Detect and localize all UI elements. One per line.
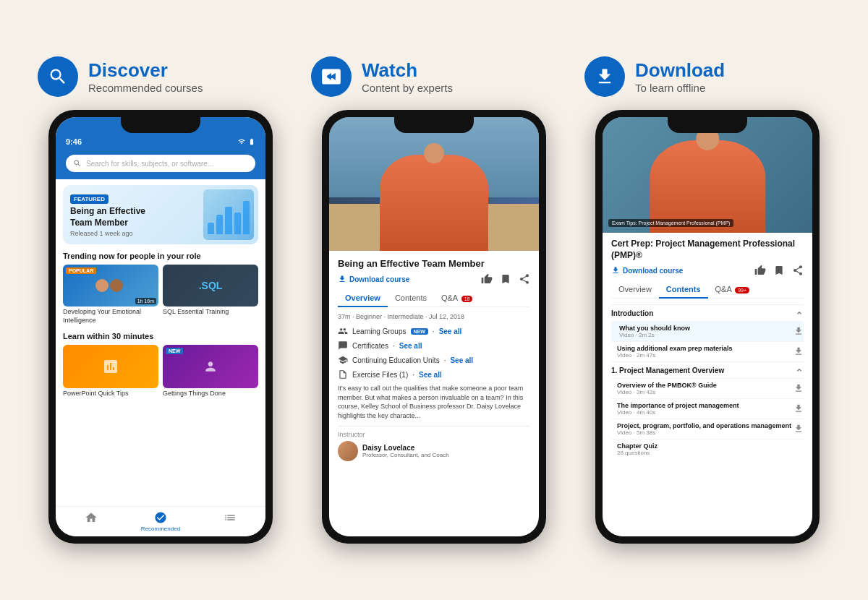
files-separator: · xyxy=(412,371,414,379)
content-item-1-text: What you should know Video · 2m 2s xyxy=(619,325,690,338)
featured-card[interactable]: FEATURED Being an Effective Team Member … xyxy=(63,185,258,244)
ph3-qa-badge: 99+ xyxy=(735,287,749,293)
watch-subtitle: Content by experts xyxy=(362,82,453,94)
scroll-fade-2 xyxy=(329,515,539,536)
content-item-5-title: Project, program, portfolio, and operati… xyxy=(617,422,791,429)
download-item-4-icon[interactable] xyxy=(793,403,804,413)
nav-list[interactable] xyxy=(224,511,237,532)
nav-home[interactable] xyxy=(85,511,98,532)
download-item-3-icon[interactable] xyxy=(793,383,804,393)
content-item-2-title: Using additional exam prep materials xyxy=(617,345,733,352)
time-display: 9:46 xyxy=(66,137,82,146)
play-icon xyxy=(321,67,341,87)
person-icon xyxy=(203,359,218,374)
phone3-video-hero[interactable]: Exam Tips: Project Management Profession… xyxy=(603,117,812,233)
content-item-6-title: Chapter Quiz xyxy=(617,442,658,450)
search-bar-icon xyxy=(73,159,82,168)
ph3-tab-contents[interactable]: Contents xyxy=(659,282,708,298)
content-item-4[interactable]: The importance of project management Vid… xyxy=(611,398,804,419)
list-nav-icon xyxy=(224,511,237,524)
content-item-2-meta: Video · 2m 47s xyxy=(617,352,733,359)
quick-course-1[interactable]: PowerPoint Quick Tips xyxy=(63,345,158,398)
bar-1 xyxy=(208,223,214,234)
phone3-main-content: Cert Prep: Project Management Profession… xyxy=(603,233,812,465)
quick-label-1: PowerPoint Quick Tips xyxy=(63,390,158,398)
bar-4 xyxy=(234,213,241,234)
ph3-tab-qa[interactable]: Q&A 99+ xyxy=(708,282,757,298)
ceu-text: Continuing Education Units xyxy=(352,356,440,364)
instructor-body xyxy=(380,155,489,251)
detail-row-files: Exercise Files (1) · See all xyxy=(338,369,530,380)
new-badge-2: NEW xyxy=(166,348,183,354)
tab-contents[interactable]: Contents xyxy=(388,291,434,307)
quick-course-2[interactable]: NEW Gettings Things Done xyxy=(163,345,258,398)
tab-qa[interactable]: Q&A 18 xyxy=(434,291,480,307)
discover-panel: Discover Recommended courses 9:46 xyxy=(30,56,291,544)
download-icon-circle xyxy=(584,56,625,97)
phone-watch: Being an Effective Team Member Download … xyxy=(322,110,546,544)
content-item-5[interactable]: Project, program, portfolio, and operati… xyxy=(611,419,804,439)
thumbs-up-icon[interactable] xyxy=(481,273,493,285)
bookmark-icon[interactable] xyxy=(500,273,511,285)
groups-see-all[interactable]: See all xyxy=(439,327,462,335)
ceu-see-all[interactable]: See all xyxy=(450,356,473,364)
search-bar[interactable]: Search for skills, subjects, or software… xyxy=(66,155,255,172)
section-intro-title: Introduction xyxy=(611,309,653,317)
certs-see-all[interactable]: See all xyxy=(399,342,422,350)
download-item-1-icon[interactable] xyxy=(793,326,804,336)
discover-title: Discover xyxy=(88,59,203,82)
content-item-1-title: What you should know xyxy=(619,325,690,332)
video-hero[interactable] xyxy=(329,117,539,251)
download-icon xyxy=(595,67,615,87)
trending-section-title: Trending now for people in your role xyxy=(63,252,258,260)
content-item-6[interactable]: Chapter Quiz 26 questions xyxy=(611,439,804,459)
chevron-up-pm-icon xyxy=(795,366,804,374)
course-meta: 37m · Beginner · Intermediate · Jul 12, … xyxy=(338,313,530,320)
quick-thumb-2: NEW xyxy=(163,345,258,388)
quick-section-title: Learn within 30 minutes xyxy=(63,332,258,340)
groups-new-badge: NEW xyxy=(411,328,428,335)
detail-row-groups: Learning Groups NEW · See all xyxy=(338,326,530,336)
search-placeholder: Search for skills, subjects, or software… xyxy=(86,160,213,168)
quick-courses-grid: PowerPoint Quick Tips NEW Gettings Thing… xyxy=(63,345,258,398)
ph3-tab-overview[interactable]: Overview xyxy=(611,282,659,298)
ph3-thumbs-icon[interactable] xyxy=(754,265,766,276)
ph3-tab-qa-label: Q&A xyxy=(715,285,732,293)
discover-icon-circle xyxy=(38,56,78,97)
nav-recommended[interactable]: Recommended xyxy=(141,511,180,532)
ph3-download-btn[interactable]: Download course xyxy=(611,266,683,275)
course-item-2[interactable]: .SQL SQL Essential Training xyxy=(163,265,258,325)
recommended-nav-icon xyxy=(154,511,167,524)
course-label-1: Developing Your Emotional Intelligence xyxy=(63,308,158,325)
quick-label-2: Gettings Things Done xyxy=(163,390,258,398)
phone-discover: 9:46 Search for skills, subjects, or sof… xyxy=(48,110,273,544)
video-bg-scene xyxy=(603,117,812,233)
course-item-1[interactable]: POPULAR 1h 16m Developing Your Emotional… xyxy=(63,265,158,325)
discover-header: Discover Recommended courses xyxy=(30,56,291,97)
trending-courses-grid: POPULAR 1h 16m Developing Your Emotional… xyxy=(63,265,258,325)
ph3-bookmark-icon[interactable] xyxy=(773,265,785,276)
file-icon xyxy=(338,369,348,380)
battery-icon xyxy=(248,138,255,145)
tab-overview[interactable]: Overview xyxy=(338,291,388,307)
files-see-all[interactable]: See all xyxy=(419,371,442,379)
share-icon[interactable] xyxy=(519,273,530,285)
discover-text: Discover Recommended courses xyxy=(88,59,203,94)
content-item-1[interactable]: What you should know Video · 2m 2s xyxy=(611,321,804,341)
instructor-avatar xyxy=(338,441,358,461)
section-header-pm[interactable]: 1. Project Management Overview xyxy=(611,361,804,378)
content-item-4-text: The importance of project management Vid… xyxy=(617,402,739,416)
content-item-6-meta: 26 questions xyxy=(617,450,658,456)
download-item-5-icon[interactable] xyxy=(793,424,804,434)
section-header-intro[interactable]: Introduction xyxy=(611,304,804,321)
download-btn[interactable]: Download course xyxy=(338,275,409,283)
tab-overview-label: Overview xyxy=(345,293,380,302)
person-head-2 xyxy=(110,279,123,292)
content-item-3[interactable]: Overview of the PMBOK® Guide Video · 3m … xyxy=(611,378,804,398)
download-item-2-icon[interactable] xyxy=(793,346,804,356)
phone-notch-1 xyxy=(121,117,200,133)
content-item-2[interactable]: Using additional exam prep materials Vid… xyxy=(611,341,804,361)
featured-badge: FEATURED xyxy=(70,194,109,204)
ph3-share-icon[interactable] xyxy=(792,265,804,276)
instructor-head xyxy=(424,143,444,163)
